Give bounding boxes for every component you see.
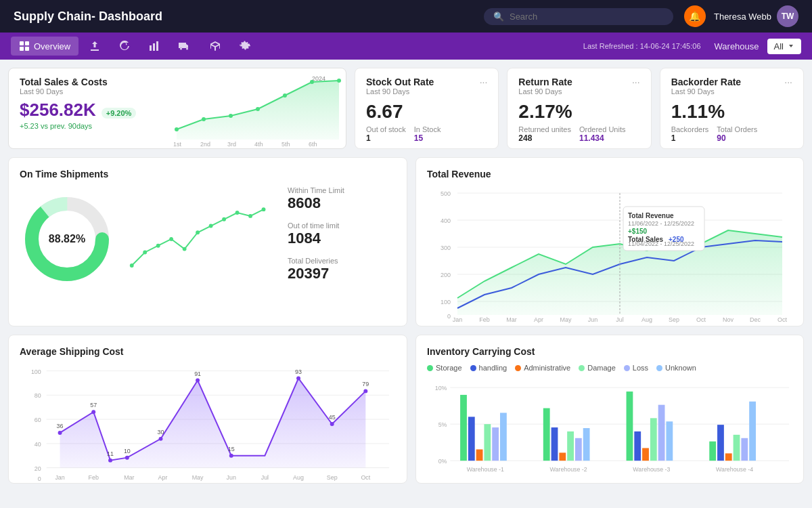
backorder-col2-val: 90 xyxy=(717,133,757,143)
svg-text:57: 57 xyxy=(90,402,97,408)
box-icon xyxy=(210,41,221,51)
out-of-limit-label: Out of time limit xyxy=(288,221,396,230)
svg-rect-6 xyxy=(156,41,158,51)
nav-item-upload[interactable] xyxy=(81,37,108,56)
bot-row: Average Shipping Cost 100 80 60 40 20 0 xyxy=(8,335,804,484)
refresh-icon xyxy=(119,41,130,51)
return-rate-value: 2.17% xyxy=(518,101,639,123)
total-deliveries-label: Total Deliveries xyxy=(288,257,396,265)
nav-bar: Overview Last Refreshed : 14-06-24 17:45… xyxy=(0,33,812,60)
svg-point-30 xyxy=(196,230,200,234)
stock-out-subtitle: Last 90 Days xyxy=(366,87,434,96)
search-input[interactable] xyxy=(510,12,664,22)
return-rate-menu[interactable]: ··· xyxy=(632,77,640,87)
svg-text:Total Revenue: Total Revenue xyxy=(628,212,674,219)
shipments-title: On Time Shipments xyxy=(20,169,396,179)
svg-text:Aug: Aug xyxy=(293,474,304,481)
return-rate-title: Return Rate xyxy=(518,77,572,87)
svg-text:Apr: Apr xyxy=(158,474,168,481)
svg-point-9 xyxy=(175,127,179,131)
chart-icon xyxy=(149,41,160,51)
svg-rect-128 xyxy=(583,428,590,461)
svg-point-93 xyxy=(229,454,233,458)
stock-out-col2-label: In Stock xyxy=(414,125,441,133)
svg-text:2nd: 2nd xyxy=(200,141,210,148)
nav-item-chart[interactable] xyxy=(141,37,168,56)
svg-rect-119 xyxy=(476,449,483,461)
nav-item-settings[interactable] xyxy=(231,37,258,56)
legend-unknown: Unknown xyxy=(656,364,696,372)
shipments-card: On Time Shipments 88.82% xyxy=(8,157,407,326)
donut-chart: 88.82% xyxy=(20,192,114,287)
svg-point-14 xyxy=(310,80,314,84)
svg-text:91: 91 xyxy=(194,371,201,377)
kpi-row: Total Sales & Costs Last 90 Days $256.82… xyxy=(8,68,804,149)
svg-text:Nov: Nov xyxy=(723,316,734,323)
svg-marker-80 xyxy=(60,379,366,468)
svg-point-99 xyxy=(363,389,367,393)
return-rate-card: Return Rate Last 90 Days ··· 2.17% Retur… xyxy=(507,68,651,149)
svg-text:5%: 5% xyxy=(438,421,447,428)
svg-text:Mar: Mar xyxy=(506,316,517,323)
mid-row: On Time Shipments 88.82% xyxy=(8,157,804,326)
svg-text:Mar: Mar xyxy=(124,474,134,481)
svg-text:300: 300 xyxy=(441,245,451,251)
legend-loss: Loss xyxy=(624,364,648,372)
svg-text:+250: +250 xyxy=(669,236,684,243)
stock-out-menu[interactable]: ··· xyxy=(480,77,488,87)
svg-text:Warehouse -4: Warehouse -4 xyxy=(716,466,753,473)
backorder-col2-label: Total Orders xyxy=(717,125,757,133)
nav-item-box[interactable] xyxy=(202,37,229,56)
backorder-subtitle: Last 90 Days xyxy=(671,87,742,96)
revenue-title: Total Revenue xyxy=(427,169,792,179)
svg-rect-130 xyxy=(634,431,641,461)
svg-rect-125 xyxy=(559,452,566,461)
svg-text:Feb: Feb xyxy=(479,316,490,323)
svg-text:45: 45 xyxy=(329,414,336,421)
svg-point-25 xyxy=(130,263,134,268)
svg-rect-127 xyxy=(575,438,582,461)
svg-text:Apr: Apr xyxy=(534,316,543,323)
svg-point-28 xyxy=(169,237,173,241)
svg-point-10 xyxy=(202,117,206,121)
svg-point-15 xyxy=(337,79,341,83)
svg-point-91 xyxy=(196,379,200,383)
stock-out-col1-val: 1 xyxy=(366,133,406,143)
svg-rect-122 xyxy=(500,412,507,461)
user-info: Theresa Webb TW xyxy=(714,5,798,27)
svg-text:80: 80 xyxy=(35,392,41,399)
search-bar[interactable]: 🔍 xyxy=(484,8,673,25)
sales-chart: 2024 xyxy=(163,68,346,148)
nav-item-truck[interactable] xyxy=(171,37,199,55)
svg-rect-124 xyxy=(551,427,558,461)
notification-bell[interactable]: 🔔 xyxy=(684,5,706,27)
search-icon: 🔍 xyxy=(493,12,504,22)
svg-text:11/04/2022 - 12/25/2022: 11/04/2022 - 12/25/2022 xyxy=(628,240,694,247)
warehouse-dropdown[interactable]: All xyxy=(767,39,801,54)
svg-point-29 xyxy=(183,247,187,251)
backorder-menu[interactable]: ··· xyxy=(784,77,792,87)
nav-item-overview[interactable]: Overview xyxy=(11,37,78,56)
svg-point-27 xyxy=(156,244,160,248)
return-rate-subtitle: Last 90 Days xyxy=(518,87,572,96)
within-limit-val: 8608 xyxy=(288,194,396,212)
nav-item-refresh[interactable] xyxy=(111,37,138,56)
svg-text:20: 20 xyxy=(35,465,41,472)
svg-point-83 xyxy=(91,410,95,414)
svg-rect-126 xyxy=(567,431,574,461)
svg-rect-2 xyxy=(20,47,24,51)
return-rate-col2-val: 11.434 xyxy=(579,133,625,143)
svg-point-35 xyxy=(262,207,266,211)
svg-point-26 xyxy=(143,251,147,255)
svg-text:Jan: Jan xyxy=(453,316,463,323)
svg-text:100: 100 xyxy=(441,299,451,305)
svg-text:5th: 5th xyxy=(281,141,290,148)
inventory-legend: Storage handling Administrative Damage L… xyxy=(427,364,792,372)
legend-damage: Damage xyxy=(579,364,616,372)
shipment-stats: Within Time Limit 8608 Out of time limit… xyxy=(288,186,396,292)
shipments-trend-chart xyxy=(125,192,277,287)
within-limit-label: Within Time Limit xyxy=(288,186,396,194)
warehouse-label: Warehouse xyxy=(715,41,759,51)
svg-point-85 xyxy=(108,459,112,463)
svg-text:Feb: Feb xyxy=(89,474,99,481)
